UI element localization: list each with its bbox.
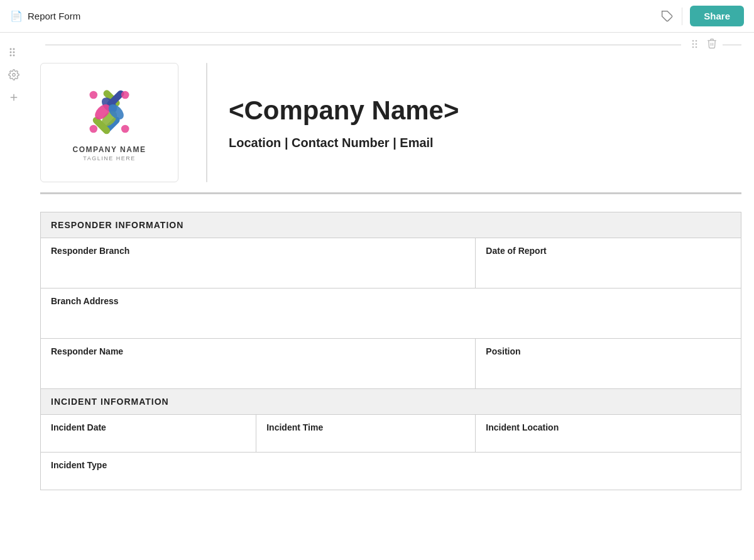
share-button[interactable]: Share <box>690 6 744 26</box>
responder-name-cell: Responder Name <box>41 338 476 388</box>
svg-point-15 <box>696 46 697 48</box>
app-title: Report Form <box>28 11 80 21</box>
company-logo <box>81 84 138 140</box>
main-area: COMPANY NAME TAGLINE HERE <Company Name>… <box>0 33 754 490</box>
svg-point-12 <box>692 43 694 45</box>
svg-point-3 <box>10 52 12 53</box>
logo-tagline: TAGLINE HERE <box>83 155 135 162</box>
responder-name-row: Responder Name Position <box>41 338 741 388</box>
logo-company-name: COMPANY NAME <box>73 145 146 154</box>
svg-point-6 <box>13 55 15 57</box>
toolbar-divider <box>682 8 682 25</box>
date-of-report-cell: Date of Report <box>476 238 741 288</box>
incident-section-header: INCIDENT INFORMATION <box>41 388 741 414</box>
incident-time-cell: Incident Time <box>256 414 476 452</box>
top-bar-left: 📄 Report Form <box>10 10 80 22</box>
top-bar: 📄 Report Form Share <box>0 0 754 33</box>
responder-branch-label: Responder Branch <box>51 246 465 256</box>
incident-fields-row: Incident Date Incident Time Incident Loc… <box>41 414 741 452</box>
svg-point-13 <box>696 43 697 45</box>
section-dots-icon[interactable] <box>691 39 701 51</box>
company-name-heading: <Company Name> <box>229 96 459 126</box>
logo-box: COMPANY NAME TAGLINE HERE <box>40 63 178 182</box>
incident-type-cell: Incident Type <box>41 452 741 490</box>
company-contact-line: Location | Contact Number | Email <box>229 136 434 150</box>
form-header: COMPANY NAME TAGLINE HERE <Company Name>… <box>40 52 741 193</box>
position-label: Position <box>486 346 731 356</box>
responder-branch-cell: Responder Branch <box>41 238 476 288</box>
settings-icon[interactable] <box>7 68 21 82</box>
form-content: COMPANY NAME TAGLINE HERE <Company Name>… <box>28 33 754 490</box>
svg-point-14 <box>692 46 694 48</box>
svg-point-5 <box>10 55 12 57</box>
incident-date-cell: Incident Date <box>41 414 256 452</box>
date-of-report-label: Date of Report <box>486 246 731 256</box>
svg-point-23 <box>90 125 98 133</box>
header-bottom-divider <box>40 193 741 194</box>
company-info: <Company Name> Location | Contact Number… <box>222 63 741 182</box>
grid-dots-icon[interactable] <box>7 45 21 59</box>
incident-header-row: INCIDENT INFORMATION <box>41 388 741 414</box>
form-table: RESPONDER INFORMATION Responder Branch D… <box>40 212 741 490</box>
svg-point-7 <box>13 74 16 77</box>
branch-address-row: Branch Address <box>41 288 741 338</box>
incident-type-label: Incident Type <box>51 460 731 470</box>
branch-address-label: Branch Address <box>51 296 731 306</box>
svg-point-10 <box>692 40 694 41</box>
responder-header-row: RESPONDER INFORMATION <box>41 212 741 238</box>
sidebar <box>0 33 28 490</box>
tag-icon[interactable] <box>660 9 674 23</box>
responder-branch-row: Responder Branch Date of Report <box>41 238 741 288</box>
svg-point-1 <box>10 48 12 50</box>
responder-name-label: Responder Name <box>51 346 465 356</box>
incident-location-label: Incident Location <box>486 422 731 432</box>
incident-type-row: Incident Type <box>41 452 741 490</box>
add-icon[interactable] <box>7 91 21 104</box>
top-bar-right: Share <box>660 6 744 26</box>
incident-location-cell: Incident Location <box>476 414 741 452</box>
responder-section-header: RESPONDER INFORMATION <box>41 212 741 238</box>
top-divider-area <box>40 33 741 52</box>
svg-point-2 <box>13 48 15 50</box>
svg-point-19 <box>121 125 129 133</box>
form-section: RESPONDER INFORMATION Responder Branch D… <box>40 212 741 490</box>
svg-point-22 <box>121 91 129 99</box>
top-divider-line <box>45 45 681 45</box>
top-divider-right <box>723 45 741 45</box>
header-vertical-divider <box>206 63 207 182</box>
branch-address-cell: Branch Address <box>41 288 741 338</box>
document-icon: 📄 <box>10 10 23 22</box>
svg-point-11 <box>696 40 697 41</box>
svg-point-16 <box>90 91 98 99</box>
position-cell: Position <box>476 338 741 388</box>
svg-point-4 <box>13 52 15 53</box>
incident-date-label: Incident Date <box>51 422 246 432</box>
delete-section-icon[interactable] <box>706 38 718 52</box>
incident-time-label: Incident Time <box>266 422 465 432</box>
